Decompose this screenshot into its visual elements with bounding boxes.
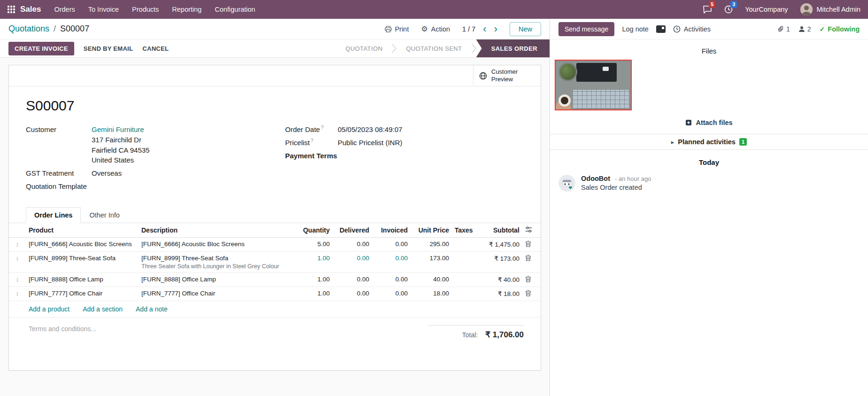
- quantity-cell[interactable]: 5.00: [297, 237, 333, 251]
- delete-line-button[interactable]: [525, 276, 531, 284]
- company-switcher[interactable]: YourCompany: [745, 6, 788, 13]
- unit-price-cell[interactable]: 18.00: [411, 287, 452, 301]
- taxes-cell[interactable]: [452, 251, 473, 272]
- send-by-email-button[interactable]: SEND BY EMAIL: [84, 45, 133, 52]
- delivered-cell[interactable]: 0.00: [333, 251, 372, 272]
- description-cell[interactable]: [FURN_8888] Office Lamp: [139, 272, 297, 287]
- print-button[interactable]: Print: [385, 25, 409, 33]
- taxes-cell[interactable]: [452, 272, 473, 287]
- drag-handle-icon[interactable]: ↕: [12, 276, 23, 283]
- product-cell[interactable]: [FURN_8888] Office Lamp: [26, 272, 139, 287]
- log-note-button[interactable]: Log note: [622, 25, 648, 33]
- drag-handle-icon[interactable]: ↕: [12, 290, 23, 297]
- unit-price-cell[interactable]: 173.00: [411, 251, 452, 272]
- apps-menu[interactable]: Sales: [8, 5, 41, 14]
- quantity-cell[interactable]: 1.00: [297, 251, 333, 272]
- order-line-row[interactable]: ↕ [FURN_6666] Acoustic Bloc Screens [FUR…: [9, 237, 541, 251]
- description-cell[interactable]: [FURN_8999] Three-Seat Sofa Three Seater…: [139, 251, 297, 272]
- order-line-row[interactable]: ↕ [FURN_8999] Three-Seat Sofa [FURN_8999…: [9, 251, 541, 272]
- attachments-button[interactable]: 1: [778, 25, 790, 33]
- description-cell[interactable]: [FURN_7777] Office Chair: [139, 287, 297, 301]
- add-note-link[interactable]: Add a note: [136, 305, 168, 313]
- quantity-cell[interactable]: 1.00: [297, 272, 333, 287]
- col-taxes[interactable]: Taxes: [452, 223, 473, 238]
- col-description[interactable]: Description: [139, 223, 297, 238]
- col-subtotal[interactable]: Subtotal: [473, 223, 522, 238]
- pager-previous-icon[interactable]: ‹: [483, 24, 486, 34]
- activities-systray-button[interactable]: 3: [724, 5, 733, 14]
- planned-activities-label: Planned activities: [678, 138, 736, 146]
- tab-other-info[interactable]: Other Info: [81, 207, 128, 223]
- attachment-thumbnail[interactable]: [555, 60, 632, 110]
- menu-reporting[interactable]: Reporting: [172, 6, 202, 13]
- col-invoiced[interactable]: Invoiced: [372, 223, 411, 238]
- cancel-button[interactable]: CANCEL: [142, 45, 169, 52]
- create-invoice-button[interactable]: CREATE INVOICE: [8, 42, 74, 55]
- order-line-row[interactable]: ↕ [FURN_8888] Office Lamp [FURN_8888] Of…: [9, 272, 541, 287]
- app-name[interactable]: Sales: [20, 5, 41, 14]
- col-quantity[interactable]: Quantity: [297, 223, 333, 238]
- optional-columns-button[interactable]: [522, 223, 541, 238]
- col-product[interactable]: Product: [26, 223, 139, 238]
- invoiced-cell[interactable]: 0.00: [372, 251, 411, 272]
- menu-configuration[interactable]: Configuration: [215, 6, 255, 13]
- taxes-cell[interactable]: [452, 287, 473, 301]
- quantity-cell[interactable]: 1.00: [297, 287, 333, 301]
- invoiced-cell[interactable]: 0.00: [372, 287, 411, 301]
- stage-quotation[interactable]: QUOTATION: [336, 39, 392, 57]
- order-date-value[interactable]: 05/05/2023 08:49:07: [338, 124, 403, 135]
- stage-sales-order[interactable]: SALES ORDER: [476, 39, 550, 57]
- planned-activities-toggle[interactable]: ▸ Planned activities 1: [550, 134, 868, 150]
- delete-line-button[interactable]: [525, 241, 531, 248]
- user-avatar: [800, 3, 813, 16]
- terms-placeholder[interactable]: Terms and conditions...: [29, 325, 96, 340]
- pager: 1 / 7 ‹ ›: [462, 24, 497, 34]
- new-button[interactable]: New: [510, 22, 541, 36]
- unit-price-cell[interactable]: 295.00: [411, 237, 452, 251]
- stage-quotation-sent[interactable]: QUOTATION SENT: [396, 39, 471, 57]
- breadcrumb-quotations[interactable]: Quotations: [8, 24, 49, 34]
- add-product-link[interactable]: Add a product: [29, 305, 70, 313]
- send-message-button[interactable]: Send message: [558, 22, 614, 36]
- action-button[interactable]: ⚙ Action: [421, 25, 450, 33]
- pricelist-value[interactable]: Public Pricelist (INR): [338, 138, 403, 148]
- following-button[interactable]: ✓ Following: [820, 25, 860, 33]
- pager-next-icon[interactable]: ›: [494, 24, 497, 34]
- attachments-count: 1: [786, 25, 790, 33]
- tab-order-lines[interactable]: Order Lines: [26, 207, 81, 223]
- invoiced-cell[interactable]: 0.00: [372, 272, 411, 287]
- col-unit-price[interactable]: Unit Price: [411, 223, 452, 238]
- unit-price-cell[interactable]: 40.00: [411, 272, 452, 287]
- add-section-link[interactable]: Add a section: [83, 305, 123, 313]
- col-delivered[interactable]: Delivered: [333, 223, 372, 238]
- delivered-cell[interactable]: 0.00: [333, 272, 372, 287]
- delivered-cell[interactable]: 0.00: [333, 237, 372, 251]
- product-cell[interactable]: [FURN_7777] Office Chair: [26, 287, 139, 301]
- activities-label: Activities: [684, 25, 711, 33]
- user-menu[interactable]: Mitchell Admin: [800, 3, 860, 16]
- drag-handle-icon[interactable]: ↕: [12, 255, 23, 262]
- menu-orders[interactable]: Orders: [54, 6, 75, 13]
- delete-line-button[interactable]: [525, 255, 531, 263]
- taxes-cell[interactable]: [452, 237, 473, 251]
- order-line-row[interactable]: ↕ [FURN_7777] Office Chair [FURN_7777] O…: [9, 287, 541, 301]
- messages-button[interactable]: 5: [703, 5, 712, 14]
- odoobot-avatar[interactable]: [558, 175, 575, 192]
- product-cell[interactable]: [FURN_6666] Acoustic Bloc Screens: [26, 237, 139, 251]
- camera-icon[interactable]: [656, 25, 666, 33]
- product-cell[interactable]: [FURN_8999] Three-Seat Sofa: [26, 251, 139, 272]
- drag-handle-icon[interactable]: ↕: [12, 241, 23, 248]
- delivered-cell[interactable]: 0.00: [333, 287, 372, 301]
- description-cell[interactable]: [FURN_6666] Acoustic Bloc Screens: [139, 237, 297, 251]
- menu-products[interactable]: Products: [132, 6, 159, 13]
- customer-link[interactable]: Gemini Furniture: [92, 124, 149, 135]
- delete-line-button[interactable]: [525, 290, 531, 298]
- followers-button[interactable]: 2: [798, 25, 811, 33]
- gst-treatment-value[interactable]: Overseas: [92, 168, 122, 179]
- menu-to-invoice[interactable]: To Invoice: [88, 6, 119, 13]
- message-author[interactable]: OdooBot: [581, 175, 610, 182]
- activities-button[interactable]: Activities: [673, 25, 711, 33]
- customer-preview-button[interactable]: Customer Preview: [473, 65, 541, 86]
- invoiced-cell[interactable]: 0.00: [372, 237, 411, 251]
- attach-files-button[interactable]: Attach files: [550, 119, 868, 126]
